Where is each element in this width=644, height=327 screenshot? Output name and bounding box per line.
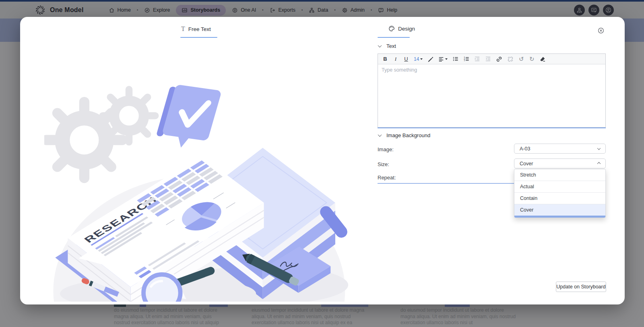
underline-button[interactable]: U [403,55,409,63]
editor-toolbar: B I U 14 [378,54,605,64]
unlink-icon [507,56,514,62]
chevron-down-icon [597,146,601,150]
close-modal-button[interactable] [598,27,604,34]
bullet-list-button[interactable] [452,55,458,63]
checkmark-badge [154,84,222,151]
palette-icon [388,25,395,32]
tab-free-text-underline [180,37,217,38]
outdent-button[interactable] [474,55,480,63]
research-illustration: RESEARCH [44,72,350,302]
ordered-list-icon: 123 [463,56,469,62]
image-background-title: Image Background [386,132,430,138]
align-button[interactable] [438,55,448,63]
tab-free-text-label: Free Text [188,26,211,32]
outdent-icon [474,56,480,62]
pen-icon [427,56,433,62]
tab-design-underline [378,37,410,38]
repeat-field-label: Repeat: [378,175,396,181]
free-text-icon: T [181,25,185,33]
image-select[interactable]: A-03 [514,144,606,154]
italic-button[interactable]: I [393,55,398,63]
tab-design-label: Design [398,26,415,32]
link-button[interactable] [496,55,502,63]
text-section-title: Text [386,43,396,49]
redo-button[interactable]: ↻ [529,55,535,63]
image-field-label: Image: [378,146,394,152]
image-select-value: A-03 [520,146,530,152]
size-option-cover[interactable]: Cover [514,204,605,216]
chevron-down-icon [378,43,382,47]
preview-pane: T Free Text [20,17,378,304]
bullet-list-icon [452,56,458,62]
tab-free-text[interactable]: T Free Text [181,25,211,33]
design-pane: Design Text B I U 14 [378,17,625,304]
link-icon [496,56,502,62]
caret-down-icon [445,58,448,60]
tab-design[interactable]: Design [388,25,415,32]
update-on-storyboard-button[interactable]: Update on Storyboard [556,282,606,292]
clear-format-button[interactable] [539,55,546,63]
image-background-section-header[interactable]: Image Background [378,132,430,138]
bold-button[interactable]: B [382,55,388,63]
caret-down-icon [420,58,423,60]
size-option-actual[interactable]: Actual [514,181,605,193]
indent-button[interactable] [485,55,491,63]
size-option-stretch[interactable]: Stretch [514,169,605,181]
chevron-down-icon [378,133,382,137]
font-size-value: 14 [414,56,419,62]
eraser-icon [539,56,546,62]
text-editor-area[interactable]: Type something [378,64,605,127]
text-color-button[interactable] [427,55,433,63]
editor-focus-underline [378,128,606,128]
svg-text:3: 3 [464,60,465,62]
unlink-button[interactable] [507,55,514,63]
rich-text-editor: B I U 14 [378,53,606,128]
gear-small-shape [103,89,155,142]
ordered-list-button[interactable]: 123 [463,55,469,63]
font-size-select[interactable]: 14 [414,55,423,63]
free-text-editor-modal: T Free Text [20,17,625,304]
align-left-icon [438,56,444,62]
chevron-up-icon [597,162,601,165]
editor-placeholder: Type something [382,67,602,73]
repeat-select-underline [378,183,514,184]
indent-icon [485,56,491,62]
size-field-label: Size: [378,161,389,167]
size-dropdown-menu: Stretch Actual Contain Cover [514,169,606,218]
size-option-contain[interactable]: Contain [514,193,605,204]
close-icon [598,27,604,34]
text-section-header[interactable]: Text [378,43,396,49]
undo-button[interactable]: ↺ [518,55,524,63]
size-select-value: Cover [520,161,533,167]
size-select[interactable]: Cover [514,158,606,169]
dropdown-selected-strip [514,216,605,218]
